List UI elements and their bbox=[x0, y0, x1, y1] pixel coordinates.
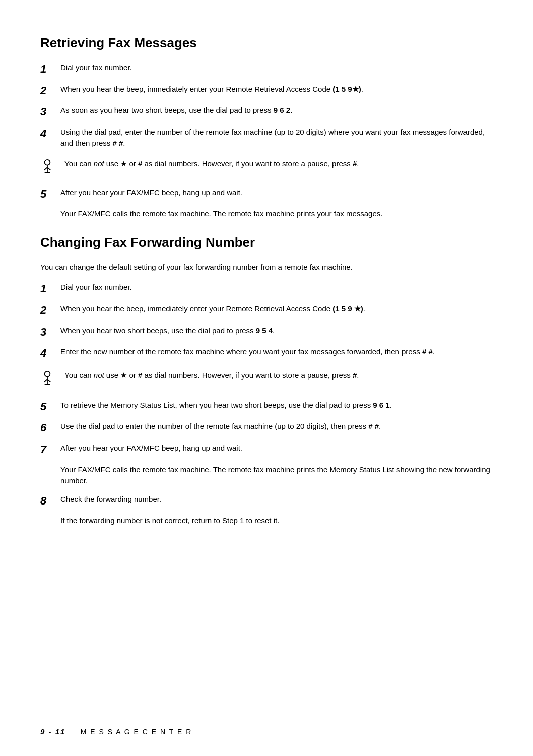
step-number: 5 bbox=[40, 400, 60, 414]
step-text: When you hear two short beeps, use the d… bbox=[60, 325, 493, 337]
section1-title: Retrieving Fax Messages bbox=[40, 35, 493, 51]
step-text: Use the dial pad to enter the number of … bbox=[60, 421, 493, 432]
section1-continuation: Your FAX/MFC calls the remote fax machin… bbox=[60, 208, 493, 220]
note-icon-1 bbox=[40, 159, 59, 178]
step-item: 1 Dial your fax number. bbox=[40, 282, 493, 296]
step-number: 1 bbox=[40, 282, 60, 296]
step-item: 7 After you hear your FAX/MFC beep, hang… bbox=[40, 443, 493, 457]
step-text: Dial your fax number. bbox=[60, 282, 493, 293]
page: Retrieving Fax Messages 1 Dial your fax … bbox=[0, 0, 533, 756]
svg-line-9 bbox=[47, 379, 50, 382]
step-item: 1 Dial your fax number. bbox=[40, 62, 493, 77]
footer-page: 9 - 11 bbox=[40, 727, 65, 736]
step-number: 8 bbox=[40, 494, 60, 509]
step-number: 2 bbox=[40, 84, 60, 98]
step-item: 5 To retrieve the Memory Status List, wh… bbox=[40, 400, 493, 414]
step-item: 4 Using the dial pad, enter the number o… bbox=[40, 127, 493, 149]
step-number: 5 bbox=[40, 187, 60, 202]
footer: 9 - 11 M E S S A G E C E N T E R bbox=[40, 727, 192, 736]
step-number: 7 bbox=[40, 443, 60, 457]
step-item: 3 As soon as you hear two short beeps, u… bbox=[40, 105, 493, 119]
step-number: 3 bbox=[40, 325, 60, 340]
step-item: 3 When you hear two short beeps, use the… bbox=[40, 325, 493, 340]
svg-point-5 bbox=[45, 371, 50, 377]
step-number: 1 bbox=[40, 62, 60, 77]
step-number: 4 bbox=[40, 127, 60, 141]
step-text: When you hear the beep, immediately ente… bbox=[60, 303, 493, 315]
section2-title: Changing Fax Forwarding Number bbox=[40, 235, 493, 250]
step-text: After you hear your FAX/MFC beep, hang u… bbox=[60, 187, 493, 199]
note-text-1: You can not use ★ or # as dial numbers. … bbox=[64, 158, 359, 170]
svg-line-3 bbox=[44, 167, 47, 170]
section2-continuation8: If the forwarding number is not correct,… bbox=[60, 515, 493, 527]
section1-steps: 1 Dial your fax number. 2 When you hear … bbox=[40, 62, 493, 149]
svg-point-0 bbox=[45, 160, 50, 165]
footer-label: M E S S A G E C E N T E R bbox=[81, 728, 192, 736]
step-text: When you hear the beep, immediately ente… bbox=[60, 84, 493, 95]
step-number: 4 bbox=[40, 346, 60, 361]
note-box-2: You can not use ★ or # as dial numbers. … bbox=[40, 370, 493, 390]
step-number: 2 bbox=[40, 303, 60, 318]
section2-continuation7: Your FAX/MFC calls the remote fax machin… bbox=[60, 464, 493, 487]
step-text: After you hear your FAX/MFC beep, hang u… bbox=[60, 443, 493, 454]
svg-line-8 bbox=[44, 379, 47, 382]
step-item: 2 When you hear the beep, immediately en… bbox=[40, 84, 493, 98]
note-icon-2 bbox=[40, 371, 59, 390]
step-text: Using the dial pad, enter the number of … bbox=[60, 127, 493, 149]
svg-line-4 bbox=[47, 167, 50, 170]
step-number: 3 bbox=[40, 105, 60, 119]
step-item: 4 Enter the new number of the remote fax… bbox=[40, 346, 493, 361]
step-item: 6 Use the dial pad to enter the number o… bbox=[40, 421, 493, 435]
step-text: To retrieve the Memory Status List, when… bbox=[60, 400, 493, 411]
step-item: 2 When you hear the beep, immediately en… bbox=[40, 303, 493, 318]
step-item: 8 Check the forwarding number. bbox=[40, 494, 493, 509]
section2-intro: You can change the default setting of yo… bbox=[40, 262, 493, 273]
step-text: Dial your fax number. bbox=[60, 62, 493, 74]
step-text: Enter the new number of the remote fax m… bbox=[60, 346, 493, 358]
note-box-1: You can not use ★ or # as dial numbers. … bbox=[40, 158, 493, 178]
step-text: Check the forwarding number. bbox=[60, 494, 493, 506]
step-text: As soon as you hear two short beeps, use… bbox=[60, 105, 493, 116]
step-item: 5 After you hear your FAX/MFC beep, hang… bbox=[40, 187, 493, 202]
step-number: 6 bbox=[40, 421, 60, 435]
section2-steps: 1 Dial your fax number. 2 When you hear … bbox=[40, 282, 493, 360]
note-text-2: You can not use ★ or # as dial numbers. … bbox=[64, 370, 359, 382]
